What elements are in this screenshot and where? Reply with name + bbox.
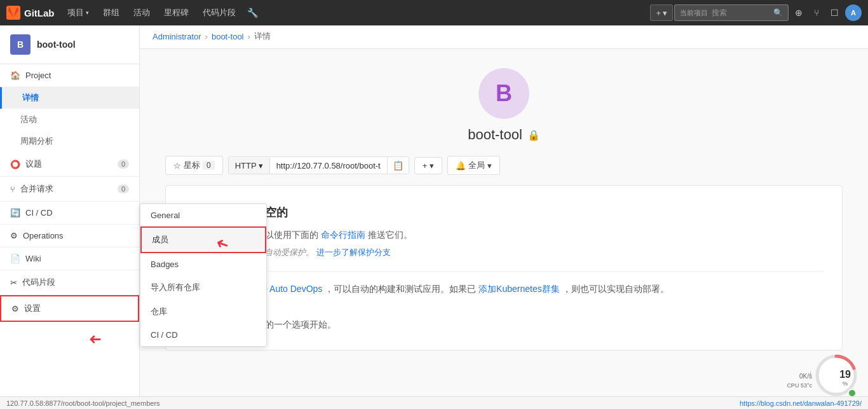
sidebar-section-issues[interactable]: ⭕ 议题 0 xyxy=(0,152,139,177)
home-icon: 🏠 xyxy=(10,71,20,80)
settings-icon: ⚙ xyxy=(11,304,19,314)
sidebar-item-activity[interactable]: 活动 xyxy=(0,109,139,130)
star-icon: ☆ xyxy=(173,161,181,170)
perf-percent: 19 xyxy=(839,369,851,380)
sidebar-section-snippets[interactable]: ✂ 代码片段 xyxy=(0,270,139,295)
issues-icon: ⭕ xyxy=(10,160,20,169)
bell-icon: 🔔 xyxy=(456,161,466,170)
protocol-selector[interactable]: HTTP ▾ xyxy=(229,158,270,174)
new-item-button[interactable]: + ▾ xyxy=(650,4,673,21)
sidebar-section-settings[interactable]: ⚙ 设置 xyxy=(0,295,139,322)
projects-caret-icon: ▾ xyxy=(86,10,89,16)
user-avatar[interactable]: A xyxy=(845,4,862,21)
nav-milestones[interactable]: 里程碑 xyxy=(158,0,195,25)
empty-repo-title: 该项目的仓库是空的 xyxy=(185,205,823,220)
cicd-icon: 🔄 xyxy=(10,208,20,218)
breadcrumb-boot-tool[interactable]: boot-tool xyxy=(212,32,244,41)
action-bar: ☆ 星标 0 HTTP ▾ http://120.77.0.58/root/bo… xyxy=(165,156,843,175)
sidebar-item-details[interactable]: 详情 xyxy=(0,87,139,109)
sidebar-section-merge[interactable]: ⑂ 合并请求 0 xyxy=(0,177,139,202)
project-big-avatar: B xyxy=(478,68,529,119)
snippets-icon: ✂ xyxy=(10,278,17,288)
clone-url-box: HTTP ▾ http://120.77.0.58/root/boot-t 📋 xyxy=(228,156,409,174)
current-project-label: 当前项目 xyxy=(680,8,708,18)
cpu-temp: CPU 53°c xyxy=(787,382,812,385)
operations-icon: ⚙ xyxy=(10,231,18,240)
breadcrumb: Administrator › boot-tool › 详情 xyxy=(140,24,868,49)
sidebar-item-cycle-analytics[interactable]: 周期分析 xyxy=(0,130,139,152)
dropdown-members[interactable]: 成员 xyxy=(140,226,266,253)
dropdown-import[interactable]: 导入所有仓库 xyxy=(140,275,266,300)
red-arrow-2: ➜ xyxy=(89,331,102,349)
settings-dropdown: General 成员 Badges 导入所有仓库 仓库 CI / CD xyxy=(140,204,267,347)
merge-badge: 0 xyxy=(118,184,129,193)
branch-protection-link[interactable]: 进一步了解保护分支 xyxy=(316,247,391,257)
clone-url[interactable]: http://120.77.0.58/root/boot-t xyxy=(270,158,387,174)
issues-badge: 0 xyxy=(118,160,129,169)
star-button[interactable]: ☆ 星标 0 xyxy=(165,156,223,175)
nav-icon-merge[interactable]: ⑂ xyxy=(809,0,824,25)
top-navbar: GitLab 项目 ▾ 群组 活动 里程碑 代码片段 🔧 + ▾ 当前项目 搜索… xyxy=(0,0,868,25)
nav-icon-compare[interactable]: ⊕ xyxy=(790,0,808,25)
sidebar-section-project[interactable]: 🏠 Project xyxy=(0,64,139,87)
search-box[interactable]: 当前项目 搜索 🔍 xyxy=(674,4,789,21)
suggestion-text: 否则，建议您从下面的一个选项开始。 xyxy=(185,319,823,331)
sidebar-project-header[interactable]: B boot-tool xyxy=(0,25,139,64)
search-icon: 🔍 xyxy=(773,8,783,17)
nav-items: 项目 ▾ 群组 活动 里程碑 代码片段 xyxy=(61,0,242,25)
notice-text: 请注意， master 分支自动受保护。 进一步了解保护分支 xyxy=(185,247,823,258)
devops-text: 如果当前项目 enable Auto DevOps ，可以自动的构建和测试应用。… xyxy=(185,271,823,306)
performance-widget[interactable] xyxy=(814,353,858,385)
sidebar-project-name: boot-tool xyxy=(37,39,76,50)
wrench-icon[interactable]: 🔧 xyxy=(242,0,263,25)
protocol-caret-icon: ▾ xyxy=(259,161,263,170)
brand[interactable]: GitLab xyxy=(6,6,55,20)
dropdown-general[interactable]: General xyxy=(140,204,266,226)
notification-button[interactable]: 🔔 全局 ▾ xyxy=(447,156,500,175)
nav-projects[interactable]: 项目 ▾ xyxy=(61,0,95,25)
star-count: 0 xyxy=(203,161,215,170)
empty-repo-desc: 如果文件已存在，可以使用下面的 命令行指南 推送它们。 xyxy=(185,228,823,242)
sidebar-section-operations[interactable]: ⚙ Operations xyxy=(0,225,139,247)
brand-label: GitLab xyxy=(24,8,55,18)
dropdown-badges[interactable]: Badges xyxy=(140,253,266,275)
kubernetes-link[interactable]: 添加Kubernetes群集 xyxy=(478,284,560,294)
nav-activity[interactable]: 活动 xyxy=(127,0,156,25)
gitlab-logo xyxy=(6,6,20,20)
sidebar: B boot-tool 🏠 Project 详情 活动 周期分析 ⭕ 议题 0 … xyxy=(0,25,140,385)
project-header: B boot-tool 🔒 xyxy=(165,68,843,143)
nav-icon-issues[interactable]: ☐ xyxy=(825,0,844,25)
breadcrumb-current: 详情 xyxy=(254,31,271,42)
nav-groups[interactable]: 群组 xyxy=(97,0,126,25)
nav-snippets[interactable]: 代码片段 xyxy=(196,0,242,25)
dropdown-repository[interactable]: 仓库 xyxy=(140,300,266,324)
perf-suffix: % xyxy=(839,380,851,385)
sidebar-section-cicd[interactable]: 🔄 CI / CD xyxy=(0,202,139,225)
project-title: boot-tool 🔒 xyxy=(468,127,540,143)
breadcrumb-admin[interactable]: Administrator xyxy=(153,32,201,41)
add-button[interactable]: + ▾ xyxy=(414,157,443,174)
sidebar-section-wiki[interactable]: 📄 Wiki xyxy=(0,247,139,270)
search-placeholder: 搜索 xyxy=(712,8,727,18)
copy-url-button[interactable]: 📋 xyxy=(387,157,409,174)
navbar-right: + ▾ 当前项目 搜索 🔍 ⊕ ⑂ ☐ A xyxy=(650,0,862,25)
merge-icon: ⑂ xyxy=(10,184,15,194)
copy-icon: 📋 xyxy=(393,160,403,170)
lock-icon: 🔒 xyxy=(527,129,540,141)
dropdown-cicd[interactable]: CI / CD xyxy=(140,324,266,346)
net-speed: 0K/s xyxy=(799,373,812,380)
sidebar-project-avatar: B xyxy=(10,34,31,55)
cmd-guide-link[interactable]: 命令行指南 xyxy=(321,230,365,240)
perf-label: 19 % xyxy=(839,369,851,385)
wiki-icon: 📄 xyxy=(10,254,20,263)
